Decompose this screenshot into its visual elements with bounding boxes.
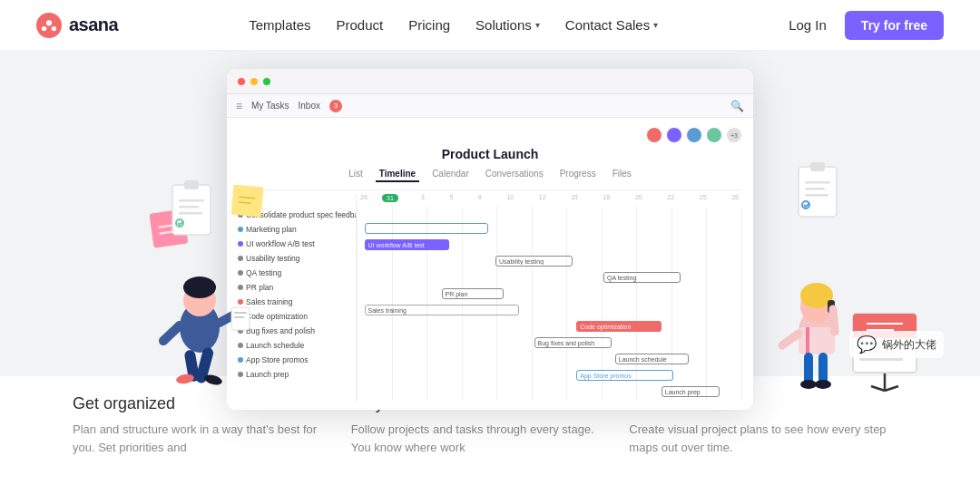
date-header: 12	[539, 194, 546, 207]
avatar	[686, 127, 702, 143]
timeline-row: Code optimization	[357, 319, 742, 334]
task-label: Marketing plan	[238, 223, 356, 236]
search-icon[interactable]: 🔍	[730, 100, 744, 112]
svg-line-43	[833, 309, 835, 332]
svg-rect-30	[231, 307, 250, 330]
character-left	[145, 246, 254, 394]
svg-rect-35	[806, 327, 809, 354]
browser-minimize-dot	[250, 78, 258, 85]
task-label: Sales training	[238, 296, 356, 308]
task-bar-outline: Launch schedule	[615, 354, 689, 364]
svg-point-39	[815, 380, 831, 389]
svg-rect-18	[231, 185, 263, 217]
svg-rect-6	[172, 185, 211, 235]
task-label: QA testing	[238, 267, 356, 279]
nav-actions: Log In Try for free	[789, 11, 944, 40]
browser-maximize-dot	[263, 78, 270, 85]
timeline-row-empty	[357, 209, 742, 221]
svg-point-2	[52, 25, 56, 30]
svg-rect-36	[804, 353, 813, 384]
task-label: UI workflow A/B test	[238, 238, 356, 250]
toolbar-inbox: Inbox	[299, 101, 320, 111]
task-labels-col: Tasks Consolidate product spec feedback …	[238, 194, 356, 401]
deco-yellow-note	[231, 185, 266, 223]
avatar	[646, 127, 662, 143]
task-label: Launch prep	[238, 368, 356, 381]
tab-list[interactable]: List	[345, 167, 367, 182]
col-text-organized: Plan and structure work in a way that's …	[73, 421, 333, 456]
more-members-icon: +3	[726, 127, 742, 143]
svg-rect-15	[805, 188, 825, 190]
timeline-row: Usability testing	[357, 254, 742, 268]
nav-links: Templates Product Pricing Solutions ▾ Co…	[249, 17, 658, 33]
task-bar-outline: Bug fixes and polish	[534, 337, 612, 348]
wechat-icon: 💬	[857, 335, 877, 354]
tab-calendar[interactable]: Calendar	[428, 167, 473, 182]
svg-line-47	[885, 386, 898, 391]
deco-clipboard-right	[794, 160, 839, 218]
timeline-row	[357, 221, 742, 236]
notification-badge: 3	[329, 100, 342, 112]
logo-icon	[36, 13, 62, 38]
timeline-row: App Store promos	[357, 368, 742, 383]
task-label: Bug fixes and polish	[238, 325, 356, 337]
tab-progress[interactable]: Progress	[556, 167, 600, 182]
task-label: App Store promos	[238, 354, 356, 366]
timeline-row: Bug fixes and polish	[357, 335, 742, 350]
svg-line-44	[782, 334, 799, 345]
svg-rect-8	[179, 199, 204, 202]
svg-rect-53	[859, 358, 903, 361]
try-free-button[interactable]: Try for free	[845, 11, 944, 40]
tab-timeline[interactable]: Timeline	[376, 167, 419, 182]
date-header: 10	[506, 194, 514, 207]
date-header: 20	[635, 194, 642, 207]
nav-templates[interactable]: Templates	[249, 17, 310, 33]
project-tabs: List Timeline Calendar Conversations Pro…	[238, 167, 742, 182]
col-text-track: Follow projects and tasks through every …	[351, 421, 612, 456]
task-bar-outline	[365, 223, 488, 234]
timeline-row: UI workflow A/B test	[357, 238, 742, 252]
watermark-text: 锅外的大佬	[882, 337, 936, 353]
date-header: 15	[571, 194, 578, 207]
tab-files[interactable]: Files	[609, 167, 635, 182]
svg-rect-32	[234, 316, 244, 318]
svg-rect-13	[810, 162, 825, 171]
date-header: 26	[360, 194, 368, 207]
nav-product[interactable]: Product	[337, 17, 384, 33]
task-bar-filled: UI workflow A/B test	[365, 239, 450, 250]
nav-contact-sales[interactable]: Contact Sales ▾	[565, 17, 658, 33]
menu-icon: ≡	[236, 100, 242, 112]
task-label: Launch schedule	[238, 339, 356, 352]
svg-rect-16	[805, 194, 828, 197]
date-header: 25	[700, 194, 707, 207]
browser-toolbar: ≡ My Tasks Inbox 3 🔍	[227, 94, 753, 118]
timeline-row: Sales training	[357, 303, 742, 317]
task-bar-outline-blue: App Store promos	[576, 370, 672, 381]
browser-mockup: ≡ My Tasks Inbox 3 🔍 +3 Product Launch L…	[227, 69, 753, 410]
task-bar-outline: Usability testing	[495, 256, 573, 267]
browser-titlebar	[227, 69, 753, 94]
svg-rect-12	[799, 167, 837, 217]
task-bar-outline: PR plan	[442, 288, 504, 299]
solutions-chevron-icon: ▾	[535, 20, 540, 30]
tab-conversations[interactable]: Conversations	[482, 167, 547, 182]
svg-rect-10	[179, 212, 202, 215]
timeline-area: Tasks Consolidate product spec feedback …	[238, 189, 742, 401]
date-header: 22	[667, 194, 674, 207]
hero-section: ≡ My Tasks Inbox 3 🔍 +3 Product Launch L…	[0, 51, 980, 485]
nav-pricing[interactable]: Pricing	[408, 17, 450, 33]
wechat-watermark: 💬 锅外的大佬	[849, 331, 944, 358]
logo[interactable]: asana	[36, 13, 118, 38]
timeline-row: PR plan	[357, 286, 742, 301]
svg-rect-9	[179, 206, 199, 209]
task-bar-outline: QA testing	[603, 272, 681, 283]
svg-rect-31	[234, 312, 247, 314]
login-button[interactable]: Log In	[789, 17, 827, 33]
nav-solutions[interactable]: Solutions ▾	[475, 17, 540, 33]
svg-point-1	[42, 25, 46, 30]
logo-text: asana	[69, 15, 118, 35]
svg-point-0	[46, 20, 52, 25]
timeline-row: QA testing	[357, 270, 742, 285]
timeline-row: Launch schedule	[357, 352, 742, 366]
date-header: 5	[449, 194, 453, 207]
